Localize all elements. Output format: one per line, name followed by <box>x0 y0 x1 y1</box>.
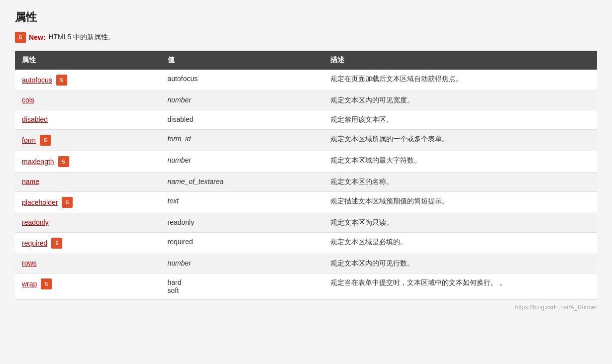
table-row: placeholder5text规定描述文本区域预期值的简短提示。 <box>15 192 597 213</box>
table-row: rowsnumber规定文本区内的可见行数。 <box>15 254 597 273</box>
table-row: form5form_id规定文本区域所属的一个或多个表单。 <box>15 130 597 151</box>
desc-cell: 规定禁用该文本区。 <box>323 110 597 130</box>
value-cell: readonly <box>161 213 324 233</box>
attributes-table: 属性 值 描述 autofocus5autofocus规定在页面加载后文本区域自… <box>15 51 597 300</box>
attr-cell: maxlength5 <box>15 151 161 173</box>
html5-badge: 5 <box>56 75 67 86</box>
table-row: autofocus5autofocus规定在页面加载后文本区域自动获得焦点。 <box>15 70 597 91</box>
attr-link[interactable]: name <box>22 178 39 185</box>
attr-cell: rows <box>15 254 161 273</box>
col-header-value: 值 <box>161 51 324 70</box>
attr-cell: wrap5 <box>15 273 161 300</box>
value-cell: number <box>161 91 324 110</box>
table-row: disableddisabled规定禁用该文本区。 <box>15 110 597 130</box>
desc-cell: 规定描述文本区域预期值的简短提示。 <box>323 192 597 213</box>
table-header-row: 属性 值 描述 <box>15 51 597 70</box>
new-notice: 5 New: HTML5 中的新属性。 <box>15 32 597 43</box>
value-text: autofocus <box>168 75 198 83</box>
watermark: https://blog.csdn.net/A_Runner <box>15 304 597 311</box>
attr-link[interactable]: wrap <box>22 280 37 288</box>
attr-link[interactable]: disabled <box>22 115 48 123</box>
new-label: New: <box>29 33 45 41</box>
table-row: readonlyreadonly规定文本区为只读。 <box>15 213 597 233</box>
attr-cell: required5 <box>15 233 161 254</box>
value-text: disabled <box>168 115 194 123</box>
desc-cell: 规定文本区内的可见宽度。 <box>323 91 597 110</box>
attr-link[interactable]: readonly <box>22 218 49 226</box>
attr-cell: disabled <box>15 110 161 130</box>
desc-cell: 规定文本区为只读。 <box>323 213 597 233</box>
attr-link[interactable]: required <box>22 239 47 247</box>
table-row: wrap5hardsoft规定当在表单中提交时，文本区域中的文本如何换行。 。 <box>15 273 597 300</box>
col-header-desc: 描述 <box>323 51 597 70</box>
value-cell: required <box>161 233 324 254</box>
value-text: required <box>168 238 193 246</box>
value-cell: name_of_textarea <box>161 173 324 192</box>
attr-cell: autofocus5 <box>15 70 161 91</box>
attr-link[interactable]: autofocus <box>22 76 52 84</box>
attr-cell: placeholder5 <box>15 192 161 213</box>
html5-badge: 5 <box>40 135 51 146</box>
page-title: 属性 <box>15 10 597 25</box>
attr-link[interactable]: maxlength <box>22 158 54 166</box>
desc-cell: 规定文本区域是必填的。 <box>323 233 597 254</box>
attr-link[interactable]: placeholder <box>22 198 58 206</box>
value-text: number <box>168 96 191 104</box>
attr-link[interactable]: rows <box>22 259 37 267</box>
html5-badge: 5 <box>51 238 62 249</box>
value-cell: disabled <box>161 110 324 130</box>
desc-cell: 规定文本区域的最大字符数。 <box>323 151 597 173</box>
value-cell: text <box>161 192 324 213</box>
col-header-attr: 属性 <box>15 51 161 70</box>
table-row: maxlength5number规定文本区域的最大字符数。 <box>15 151 597 173</box>
desc-cell: 规定当在表单中提交时，文本区域中的文本如何换行。 。 <box>323 273 597 300</box>
value-cell: number <box>161 254 324 273</box>
html5-badge: 5 <box>41 278 52 289</box>
desc-cell: 规定文本区域所属的一个或多个表单。 <box>323 130 597 151</box>
value-text: form_id <box>168 135 191 143</box>
desc-cell: 规定文本区的名称。 <box>323 173 597 192</box>
value-text: hard <box>168 278 182 286</box>
value-text: number <box>168 259 191 267</box>
attr-cell: name <box>15 173 161 192</box>
value-text: number <box>168 156 191 164</box>
table-row: required5required规定文本区域是必填的。 <box>15 233 597 254</box>
attr-link[interactable]: cols <box>22 96 34 104</box>
value-cell: number <box>161 151 324 173</box>
attr-cell: form5 <box>15 130 161 151</box>
desc-cell: 规定文本区内的可见行数。 <box>323 254 597 273</box>
value-cell: hardsoft <box>161 273 324 300</box>
html5-badge: 5 <box>62 197 73 208</box>
table-row: namename_of_textarea规定文本区的名称。 <box>15 173 597 192</box>
value-cell: form_id <box>161 130 324 151</box>
value-text: name_of_textarea <box>168 178 224 185</box>
attr-cell: cols <box>15 91 161 110</box>
desc-cell: 规定在页面加载后文本区域自动获得焦点。 <box>323 70 597 91</box>
attr-link[interactable]: form <box>22 136 36 144</box>
table-row: colsnumber规定文本区内的可见宽度。 <box>15 91 597 110</box>
value-text: soft <box>168 286 179 294</box>
html5-badge: 5 <box>58 156 69 167</box>
value-cell: autofocus <box>161 70 324 91</box>
attr-cell: readonly <box>15 213 161 233</box>
html5-badge-notice: 5 <box>15 32 26 43</box>
value-text: readonly <box>168 218 195 226</box>
value-text: text <box>168 197 179 205</box>
notice-text: HTML5 中的新属性。 <box>48 33 115 42</box>
